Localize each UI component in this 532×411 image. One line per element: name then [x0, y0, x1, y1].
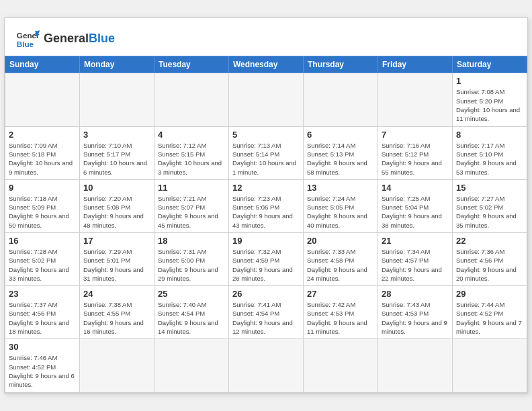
day-cell: 11Sunrise: 7:21 AMSunset: 5:07 PMDayligh… — [154, 179, 229, 232]
day-info: Sunrise: 7:43 AMSunset: 4:53 PMDaylight:… — [382, 300, 449, 336]
day-number: 29 — [456, 289, 523, 299]
day-cell: 20Sunrise: 7:33 AMSunset: 4:58 PMDayligh… — [304, 233, 378, 286]
day-cell: 23Sunrise: 7:37 AMSunset: 4:56 PMDayligh… — [5, 286, 80, 339]
day-info: Sunrise: 7:32 AMSunset: 4:59 PMDaylight:… — [232, 247, 300, 283]
day-cell: 29Sunrise: 7:44 AMSunset: 4:52 PMDayligh… — [453, 286, 527, 339]
day-cell: 6Sunrise: 7:14 AMSunset: 5:13 PMDaylight… — [304, 126, 378, 179]
day-number: 10 — [83, 183, 150, 193]
day-cell: 10Sunrise: 7:20 AMSunset: 5:08 PMDayligh… — [80, 179, 154, 232]
day-info: Sunrise: 7:10 AMSunset: 5:17 PMDaylight:… — [83, 141, 150, 177]
day-info: Sunrise: 7:14 AMSunset: 5:13 PMDaylight:… — [307, 141, 374, 177]
day-number: 27 — [307, 289, 374, 299]
day-cell: 3Sunrise: 7:10 AMSunset: 5:17 PMDaylight… — [80, 126, 154, 179]
header-monday: Monday — [80, 56, 154, 73]
header-sunday: Sunday — [5, 56, 80, 73]
day-info: Sunrise: 7:31 AMSunset: 5:00 PMDaylight:… — [158, 247, 225, 283]
day-info: Sunrise: 7:16 AMSunset: 5:12 PMDaylight:… — [382, 141, 449, 177]
day-cell — [229, 73, 304, 126]
day-cell: 4Sunrise: 7:12 AMSunset: 5:15 PMDaylight… — [154, 126, 229, 179]
calendar-header: General Blue GeneralBlue — [5, 18, 527, 56]
day-cell — [80, 73, 154, 126]
day-cell — [378, 339, 453, 392]
day-info: Sunrise: 7:38 AMSunset: 4:55 PMDaylight:… — [83, 300, 150, 336]
calendar-table: Sunday Monday Tuesday Wednesday Thursday… — [5, 56, 527, 392]
day-info: Sunrise: 7:13 AMSunset: 5:14 PMDaylight:… — [232, 141, 300, 177]
day-cell: 17Sunrise: 7:29 AMSunset: 5:01 PMDayligh… — [80, 233, 154, 286]
day-number: 17 — [83, 236, 150, 246]
day-info: Sunrise: 7:29 AMSunset: 5:01 PMDaylight:… — [83, 247, 150, 283]
day-cell: 21Sunrise: 7:34 AMSunset: 4:57 PMDayligh… — [378, 233, 453, 286]
logo: General Blue GeneralBlue — [15, 26, 115, 50]
header-saturday: Saturday — [453, 56, 527, 73]
day-number: 24 — [83, 289, 150, 299]
day-cell: 24Sunrise: 7:38 AMSunset: 4:55 PMDayligh… — [80, 286, 154, 339]
day-cell — [304, 339, 378, 392]
day-number: 7 — [382, 130, 449, 140]
day-cell: 7Sunrise: 7:16 AMSunset: 5:12 PMDaylight… — [378, 126, 453, 179]
day-info: Sunrise: 7:33 AMSunset: 4:58 PMDaylight:… — [307, 247, 374, 283]
day-info: Sunrise: 7:17 AMSunset: 5:10 PMDaylight:… — [456, 141, 523, 177]
day-number: 30 — [9, 342, 76, 352]
header-friday: Friday — [378, 56, 453, 73]
day-info: Sunrise: 7:37 AMSunset: 4:56 PMDaylight:… — [9, 300, 76, 336]
day-number: 20 — [307, 236, 374, 246]
day-cell: 12Sunrise: 7:23 AMSunset: 5:06 PMDayligh… — [229, 179, 304, 232]
day-info: Sunrise: 7:42 AMSunset: 4:53 PMDaylight:… — [307, 300, 374, 336]
day-info: Sunrise: 7:20 AMSunset: 5:08 PMDaylight:… — [83, 194, 150, 230]
week-row-3: 16Sunrise: 7:28 AMSunset: 5:02 PMDayligh… — [5, 233, 527, 286]
day-info: Sunrise: 7:27 AMSunset: 5:02 PMDaylight:… — [456, 194, 523, 230]
day-cell: 26Sunrise: 7:41 AMSunset: 4:54 PMDayligh… — [229, 286, 304, 339]
day-number: 8 — [456, 130, 523, 140]
day-info: Sunrise: 7:46 AMSunset: 4:52 PMDaylight:… — [9, 353, 76, 389]
day-cell: 18Sunrise: 7:31 AMSunset: 5:00 PMDayligh… — [154, 233, 229, 286]
day-cell: 13Sunrise: 7:24 AMSunset: 5:05 PMDayligh… — [304, 179, 378, 232]
day-info: Sunrise: 7:44 AMSunset: 4:52 PMDaylight:… — [456, 300, 523, 336]
day-number: 9 — [9, 183, 76, 193]
day-cell — [453, 339, 527, 392]
day-info: Sunrise: 7:25 AMSunset: 5:04 PMDaylight:… — [382, 194, 449, 230]
day-number: 6 — [307, 130, 374, 140]
day-cell: 30Sunrise: 7:46 AMSunset: 4:52 PMDayligh… — [5, 339, 80, 392]
day-cell — [378, 73, 453, 126]
day-cell: 5Sunrise: 7:13 AMSunset: 5:14 PMDaylight… — [229, 126, 304, 179]
day-info: Sunrise: 7:40 AMSunset: 4:54 PMDaylight:… — [158, 300, 225, 336]
logo-icon: General Blue — [15, 26, 40, 50]
day-number: 2 — [9, 130, 76, 140]
day-number: 15 — [456, 183, 523, 193]
week-row-4: 23Sunrise: 7:37 AMSunset: 4:56 PMDayligh… — [5, 286, 527, 339]
day-cell: 15Sunrise: 7:27 AMSunset: 5:02 PMDayligh… — [453, 179, 527, 232]
day-info: Sunrise: 7:34 AMSunset: 4:57 PMDaylight:… — [382, 247, 449, 283]
day-number: 11 — [158, 183, 225, 193]
day-info: Sunrise: 7:18 AMSunset: 5:09 PMDaylight:… — [9, 194, 76, 230]
day-info: Sunrise: 7:41 AMSunset: 4:54 PMDaylight:… — [232, 300, 300, 336]
day-info: Sunrise: 7:28 AMSunset: 5:02 PMDaylight:… — [9, 247, 76, 283]
day-number: 25 — [158, 289, 225, 299]
logo-text: GeneralBlue — [44, 32, 115, 46]
day-number: 5 — [232, 130, 300, 140]
day-cell: 1Sunrise: 7:08 AMSunset: 5:20 PMDaylight… — [453, 73, 527, 126]
day-number: 22 — [456, 236, 523, 246]
day-cell: 16Sunrise: 7:28 AMSunset: 5:02 PMDayligh… — [5, 233, 80, 286]
day-cell: 14Sunrise: 7:25 AMSunset: 5:04 PMDayligh… — [378, 179, 453, 232]
day-cell — [304, 73, 378, 126]
day-number: 4 — [158, 130, 225, 140]
header-thursday: Thursday — [304, 56, 378, 73]
week-row-1: 2Sunrise: 7:09 AMSunset: 5:18 PMDaylight… — [5, 126, 527, 179]
header-wednesday: Wednesday — [229, 56, 304, 73]
day-cell: 22Sunrise: 7:36 AMSunset: 4:56 PMDayligh… — [453, 233, 527, 286]
day-number: 26 — [232, 289, 300, 299]
calendar-container: General Blue GeneralBlue Sunday Monday T… — [4, 17, 528, 393]
day-info: Sunrise: 7:09 AMSunset: 5:18 PMDaylight:… — [9, 141, 76, 177]
day-cell: 2Sunrise: 7:09 AMSunset: 5:18 PMDaylight… — [5, 126, 80, 179]
day-number: 28 — [382, 289, 449, 299]
day-info: Sunrise: 7:23 AMSunset: 5:06 PMDaylight:… — [232, 194, 300, 230]
day-cell — [5, 73, 80, 126]
day-cell — [154, 73, 229, 126]
weekday-header-row: Sunday Monday Tuesday Wednesday Thursday… — [5, 56, 527, 73]
day-number: 3 — [83, 130, 150, 140]
day-number: 12 — [232, 183, 300, 193]
day-cell — [80, 339, 154, 392]
day-cell: 25Sunrise: 7:40 AMSunset: 4:54 PMDayligh… — [154, 286, 229, 339]
day-info: Sunrise: 7:21 AMSunset: 5:07 PMDaylight:… — [158, 194, 225, 230]
day-number: 1 — [456, 76, 523, 86]
